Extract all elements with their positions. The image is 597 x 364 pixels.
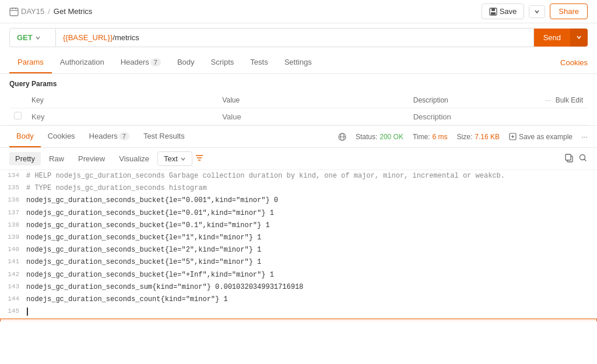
headers-badge: 7	[150, 58, 161, 66]
line-text: nodejs_gc_duration_seconds_bucket{le="1"…	[26, 232, 261, 243]
line-text: nodejs_gc_duration_seconds_sum{kind="min…	[26, 282, 303, 293]
breadcrumb-separator: /	[48, 7, 50, 16]
params-section: Query Params Key Value Description ··· B…	[0, 74, 597, 125]
param-desc-input[interactable]	[413, 112, 583, 121]
code-controls: Pretty Raw Preview Visualize Text	[0, 148, 597, 170]
view-preview-button[interactable]: Preview	[72, 152, 111, 165]
line-text: nodejs_gc_duration_seconds_bucket{le="2"…	[26, 245, 261, 256]
line-number: 141	[0, 257, 26, 267]
code-line: 143nodejs_gc_duration_seconds_sum{kind="…	[0, 281, 597, 294]
request-tabs-row: Params Authorization Headers7 Body Scrip…	[0, 52, 597, 74]
tab-params[interactable]: Params	[9, 52, 52, 73]
cookies-link[interactable]: Cookies	[560, 58, 588, 67]
param-key-input[interactable]	[31, 112, 213, 121]
header-actions: Save Share	[482, 3, 588, 19]
request-tabs: Params Authorization Headers7 Body Scrip…	[9, 52, 320, 73]
code-line: 142nodejs_gc_duration_seconds_bucket{le=…	[0, 269, 597, 281]
key-col-header: Key	[27, 93, 217, 108]
response-tab-headers[interactable]: Headers7	[82, 126, 136, 147]
tab-body[interactable]: Body	[169, 52, 203, 73]
response-tab-body[interactable]: Body	[9, 126, 41, 147]
time-value: 6 ms	[433, 133, 448, 141]
response-tab-cookies[interactable]: Cookies	[41, 126, 82, 147]
line-number: 138	[0, 220, 26, 231]
params-table: Key Value Description ··· Bulk Edit	[9, 93, 588, 125]
send-chevron-icon	[576, 34, 582, 40]
status-value: 200 OK	[380, 133, 403, 141]
code-line: 146# HELP http_requests_total Total numb…	[0, 319, 597, 321]
code-line: 136nodejs_gc_duration_seconds_bucket{le=…	[0, 195, 597, 207]
response-section: Body Cookies Headers7 Test Results Statu…	[0, 125, 597, 321]
time-item: Time: 6 ms	[413, 133, 448, 141]
line-text: nodejs_gc_duration_seconds_bucket{le="0.…	[26, 220, 270, 231]
search-icon[interactable]	[578, 153, 588, 165]
svg-rect-17	[566, 154, 571, 160]
save-icon	[489, 8, 497, 16]
url-bar: GET {{BASE_URL}}/metrics Send	[0, 23, 597, 52]
view-buttons: Pretty Raw Preview Visualize Text	[9, 151, 204, 166]
line-text: nodejs_gc_duration_seconds_bucket{le="0.…	[26, 195, 278, 206]
calendar-icon	[9, 7, 19, 16]
bulk-edit-label[interactable]: ··· Bulk Edit	[545, 96, 583, 104]
param-value-input[interactable]	[222, 112, 403, 121]
format-chevron-icon	[180, 156, 186, 162]
save-example-icon	[509, 133, 517, 140]
code-content: 134# HELP nodejs_gc_duration_seconds Gar…	[0, 170, 597, 321]
line-number: 146	[1, 320, 27, 321]
send-button[interactable]: Send	[534, 29, 570, 47]
line-text	[26, 306, 32, 317]
tab-authorization[interactable]: Authorization	[52, 52, 113, 73]
response-status-bar: Status: 200 OK Time: 6 ms Size: 7.16 KB …	[338, 133, 588, 141]
tab-tests[interactable]: Tests	[242, 52, 276, 73]
save-dropdown-button[interactable]	[529, 5, 545, 18]
param-row-empty	[9, 108, 588, 125]
url-base: {{BASE_URL}}	[63, 33, 113, 42]
method-container: GET	[9, 28, 56, 47]
send-dropdown-button[interactable]	[570, 29, 588, 47]
svg-rect-5	[491, 8, 495, 11]
line-text: # HELP nodejs_gc_duration_seconds Garbag…	[26, 171, 505, 182]
param-checkbox[interactable]	[14, 112, 22, 119]
line-number: 135	[0, 183, 26, 193]
more-options-icon[interactable]: ···	[582, 133, 588, 141]
line-number: 143	[0, 282, 26, 292]
svg-line-19	[584, 159, 586, 161]
code-line: 135# TYPE nodejs_gc_duration_seconds his…	[0, 182, 597, 195]
share-button[interactable]: Share	[550, 3, 588, 19]
url-path: /metrics	[113, 33, 139, 42]
view-raw-button[interactable]: Raw	[43, 152, 70, 165]
tab-settings[interactable]: Settings	[276, 52, 320, 73]
size-value: 7.16 KB	[475, 133, 500, 141]
url-input-wrapper[interactable]: {{BASE_URL}}/metrics	[56, 28, 534, 47]
format-select[interactable]: Text	[157, 151, 192, 166]
params-title: Query Params	[9, 80, 588, 88]
filter-icon[interactable]	[195, 153, 204, 165]
code-actions	[564, 153, 588, 165]
tab-scripts[interactable]: Scripts	[203, 52, 243, 73]
line-number: 144	[0, 294, 26, 305]
size-item: Size: 7.16 KB	[457, 133, 500, 141]
send-group: Send	[534, 29, 588, 47]
day-label: DAY15	[21, 7, 44, 16]
line-text: nodejs_gc_duration_seconds_bucket{le="0.…	[26, 208, 274, 219]
view-visualize-button[interactable]: Visualize	[113, 152, 155, 165]
copy-icon[interactable]	[564, 153, 574, 165]
value-col-header: Value	[217, 93, 408, 108]
line-number: 139	[0, 232, 26, 243]
chevron-down-icon	[534, 9, 540, 15]
response-tab-test-results[interactable]: Test Results	[136, 126, 192, 147]
line-text: # HELP http_requests_total Total number …	[27, 320, 262, 321]
line-text: nodejs_gc_duration_seconds_bucket{le="5"…	[26, 257, 261, 268]
globe-icon	[338, 133, 346, 141]
tab-headers[interactable]: Headers7	[113, 52, 169, 73]
code-line: 138nodejs_gc_duration_seconds_bucket{le=…	[0, 220, 597, 232]
svg-rect-6	[491, 12, 496, 15]
code-line: 141nodejs_gc_duration_seconds_bucket{le=…	[0, 256, 597, 268]
method-select[interactable]: GET	[9, 28, 56, 47]
save-example-button[interactable]: Save as example	[509, 133, 573, 141]
save-button[interactable]: Save	[482, 3, 525, 19]
view-pretty-button[interactable]: Pretty	[9, 152, 41, 165]
code-line: 137nodejs_gc_duration_seconds_bucket{le=…	[0, 207, 597, 220]
code-line: 139nodejs_gc_duration_seconds_bucket{le=…	[0, 232, 597, 244]
page-title: Get Metrics	[54, 7, 92, 16]
